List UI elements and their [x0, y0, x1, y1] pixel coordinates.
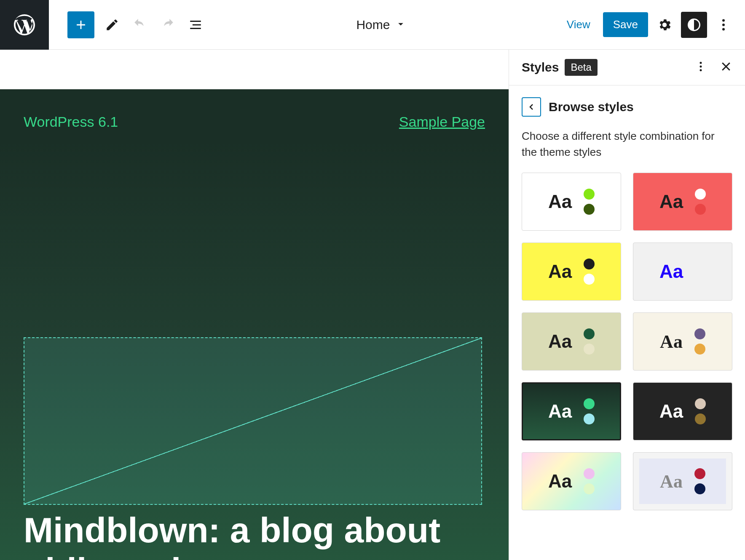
svg-point-5 — [700, 69, 702, 71]
style-color-dots — [695, 189, 706, 215]
style-sample-text: Aa — [660, 331, 683, 352]
styles-sidebar: Styles Beta Browse styles Choose a diffe… — [509, 50, 745, 560]
sidebar-header: Styles Beta — [509, 50, 745, 85]
editor-canvas[interactable]: WordPress 6.1 Sample Page Mindblown: a b… — [0, 50, 509, 560]
toolbar-center[interactable]: Home — [206, 18, 557, 32]
style-color-dots — [695, 259, 706, 285]
top-toolbar: Home View Save — [0, 0, 745, 50]
toolbar-left — [49, 11, 206, 38]
document-title: Home — [356, 18, 390, 32]
style-sample-text: Aa — [548, 331, 572, 352]
style-color-dots — [694, 328, 705, 355]
redo-icon — [161, 18, 175, 32]
style-variation-0[interactable]: Aa — [522, 173, 621, 231]
style-color-dots — [584, 468, 595, 494]
settings-button[interactable] — [651, 12, 678, 38]
style-sample-text: Aa — [548, 191, 572, 212]
style-sample-text: Aa — [659, 401, 683, 422]
list-view-icon — [188, 18, 203, 32]
undo-button[interactable] — [130, 15, 150, 35]
toolbar-right: View Save — [557, 12, 745, 38]
style-sample-text: Aa — [660, 471, 683, 492]
contrast-icon — [686, 17, 702, 32]
browse-description: Choose a different style combination for… — [509, 124, 745, 173]
style-sample-text: Aa — [548, 471, 572, 492]
sidebar-more-button[interactable] — [694, 60, 707, 75]
canvas-content: WordPress 6.1 Sample Page Mindblown: a b… — [0, 89, 509, 560]
style-sample-text: Aa — [659, 191, 683, 212]
style-color-dots — [584, 259, 595, 285]
svg-point-1 — [722, 24, 725, 26]
style-variation-8[interactable]: Aa — [522, 452, 621, 510]
view-link[interactable]: View — [557, 12, 600, 37]
close-icon — [720, 60, 732, 73]
svg-point-3 — [700, 62, 702, 64]
sidebar-title: Styles — [522, 60, 559, 75]
more-options-button[interactable] — [710, 12, 737, 38]
browse-title: Browse styles — [549, 100, 634, 114]
sidebar-close-button[interactable] — [720, 60, 732, 75]
redo-button[interactable] — [158, 15, 178, 35]
style-variation-4[interactable]: Aa — [522, 312, 621, 371]
wordpress-icon — [12, 12, 37, 37]
save-button[interactable]: Save — [603, 12, 648, 37]
styles-button[interactable] — [681, 12, 707, 38]
nav-link-sample-page[interactable]: Sample Page — [399, 114, 485, 130]
gear-icon — [657, 17, 672, 32]
style-color-dots — [695, 398, 706, 424]
style-variation-1[interactable]: Aa — [633, 173, 732, 231]
style-variations-grid: AaAaAaAaAaAaAaAaAaAa — [509, 173, 745, 523]
edit-tool-button[interactable] — [102, 15, 122, 35]
wordpress-logo[interactable] — [0, 0, 49, 50]
back-button[interactable] — [522, 97, 541, 117]
page-heading[interactable]: Mindblown: a blog about philosophy. — [24, 510, 509, 560]
svg-point-4 — [700, 66, 702, 68]
kebab-icon — [694, 60, 707, 73]
style-variation-3[interactable]: Aa — [633, 243, 732, 301]
style-variation-6[interactable]: Aa — [522, 382, 621, 440]
style-variation-7[interactable]: Aa — [633, 382, 732, 440]
add-block-button[interactable] — [67, 11, 94, 38]
chevron-left-icon — [526, 102, 536, 112]
main-area: WordPress 6.1 Sample Page Mindblown: a b… — [0, 50, 745, 560]
list-view-button[interactable] — [185, 15, 206, 35]
style-color-dots — [584, 398, 595, 424]
style-color-dots — [584, 328, 595, 355]
svg-point-0 — [722, 19, 725, 21]
style-color-dots — [584, 189, 595, 215]
kebab-icon — [716, 17, 731, 32]
site-header: WordPress 6.1 Sample Page — [24, 114, 485, 130]
style-color-dots — [694, 468, 705, 494]
style-variation-9[interactable]: Aa — [633, 452, 732, 510]
plus-icon — [74, 18, 88, 32]
browse-header: Browse styles — [509, 85, 745, 124]
undo-icon — [133, 18, 147, 32]
style-sample-text: Aa — [659, 261, 683, 282]
style-sample-text: Aa — [548, 401, 572, 422]
style-variation-2[interactable]: Aa — [522, 243, 621, 301]
image-placeholder-block[interactable] — [24, 337, 482, 505]
beta-badge: Beta — [565, 59, 597, 76]
site-title[interactable]: WordPress 6.1 — [24, 114, 118, 130]
style-sample-text: Aa — [548, 261, 572, 282]
chevron-down-icon — [395, 18, 407, 32]
svg-point-2 — [722, 28, 725, 30]
pencil-icon — [105, 18, 119, 32]
style-variation-5[interactable]: Aa — [633, 312, 732, 371]
